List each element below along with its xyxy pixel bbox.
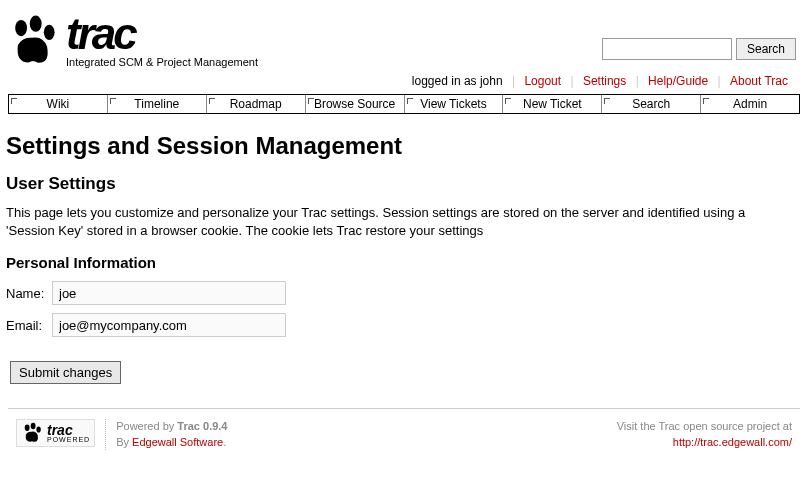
search-area: Search xyxy=(602,8,796,60)
footer-logo[interactable]: tracPOWERED xyxy=(16,419,95,447)
svg-point-0 xyxy=(15,20,27,36)
edgewall-link[interactable]: Edgewall Software xyxy=(132,436,223,448)
help-link[interactable]: Help/Guide xyxy=(644,74,712,88)
nav-view-tickets[interactable]: View Tickets xyxy=(404,95,503,113)
metanav: logged in as john | Logout | Settings | … xyxy=(4,68,804,92)
settings-link[interactable]: Settings xyxy=(579,74,630,88)
visit-text: Visit the Trac open source project at xyxy=(617,419,792,434)
about-link[interactable]: About Trac xyxy=(726,74,792,88)
nav-wiki[interactable]: Wiki xyxy=(9,95,107,113)
divider xyxy=(8,408,800,409)
logo-tagline: Integrated SCM & Project Management xyxy=(66,56,258,68)
section-personal-info: Personal Information xyxy=(4,254,804,271)
settings-description: This page lets you customize and persona… xyxy=(4,204,794,240)
svg-point-1 xyxy=(30,16,42,32)
nav-search[interactable]: Search xyxy=(601,95,700,113)
trac-url-link[interactable]: http://trac.edgewall.com/ xyxy=(617,435,792,450)
page-title: Settings and Session Management xyxy=(4,132,804,160)
nav-timeline[interactable]: Timeline xyxy=(107,95,206,113)
submit-button[interactable]: Submit changes xyxy=(10,361,121,384)
main-nav: Wiki Timeline Roadmap Browse Source View… xyxy=(8,94,800,114)
name-label: Name: xyxy=(6,286,52,301)
trac-version: Trac 0.9.4 xyxy=(177,420,227,432)
email-label: Email: xyxy=(6,318,52,333)
logged-in-text: logged in as john xyxy=(408,74,507,88)
logout-link[interactable]: Logout xyxy=(520,74,565,88)
logo-text: trac xyxy=(66,14,258,54)
search-input[interactable] xyxy=(602,38,732,60)
nav-new-ticket[interactable]: New Ticket xyxy=(502,95,601,113)
svg-point-4 xyxy=(31,423,36,430)
search-button[interactable]: Search xyxy=(736,38,796,60)
email-field[interactable] xyxy=(52,313,286,337)
nav-roadmap[interactable]: Roadmap xyxy=(206,95,305,113)
powered-by-text: Powered by xyxy=(116,420,177,432)
footer: tracPOWERED Powered by Trac 0.9.4 By Edg… xyxy=(4,415,804,454)
nav-browse-source[interactable]: Browse Source xyxy=(305,95,404,113)
paw-icon xyxy=(21,422,43,444)
logo: trac Integrated SCM & Project Management xyxy=(4,8,258,68)
paw-icon xyxy=(6,14,60,68)
svg-point-5 xyxy=(36,427,40,433)
svg-point-3 xyxy=(25,425,30,432)
nav-admin[interactable]: Admin xyxy=(700,95,799,113)
section-user-settings: User Settings xyxy=(4,174,804,194)
by-text: By xyxy=(116,436,132,448)
svg-point-2 xyxy=(44,25,55,40)
name-field[interactable] xyxy=(52,281,286,305)
